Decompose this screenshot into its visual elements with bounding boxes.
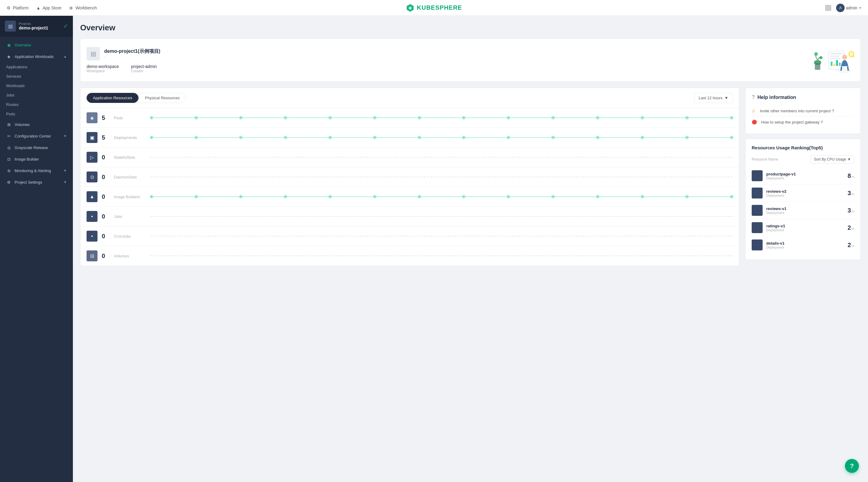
- resource-name: Image Builders: [114, 195, 150, 199]
- screen-icon[interactable]: [825, 5, 831, 11]
- resource-count: 0: [102, 193, 111, 200]
- help-link-text: Invite other members into current projec…: [760, 109, 834, 113]
- jobs-label: Jobs: [6, 93, 14, 97]
- ranking-header: Resource Name Sort By CPU Usage ▼: [752, 155, 854, 164]
- sidebar-item-grayscale[interactable]: ◎ Grayscale Release: [0, 142, 73, 153]
- config-icon: ✂: [6, 133, 11, 139]
- ranking-row-item: productpage-v1 Deployment 8 m: [752, 167, 854, 185]
- resource-name: Pods: [114, 116, 150, 120]
- chevron-down-icon: ▼: [859, 6, 862, 10]
- monitoring-expand-icon: ▼: [63, 169, 67, 172]
- volumes-label: Volumes: [14, 122, 30, 127]
- resource-icon: ▣: [87, 132, 97, 143]
- help-link-item[interactable]: ⚠ Invite other members into current proj…: [752, 105, 854, 117]
- sidebar-item-services[interactable]: Services: [0, 72, 73, 81]
- appstore-icon: ▲: [36, 5, 41, 10]
- sort-select[interactable]: Sort By CPU Usage ▼: [811, 155, 854, 164]
- project-header: ▤ Projects demo-project1 ✓: [0, 16, 73, 37]
- ranking-item-type: Deployment: [766, 211, 786, 215]
- nav-left: ⚙ Platform ▲ App Store ⊕ Workbench: [6, 5, 97, 10]
- project-name: demo-project1: [19, 26, 48, 30]
- admin-menu[interactable]: A admin ▼: [836, 4, 862, 12]
- routes-label: Routes: [6, 102, 19, 107]
- ranking-row-item: reviews-v2 Deployment 3 m: [752, 185, 854, 202]
- ranking-row-item: details-v1 Deployment 2 m: [752, 236, 854, 253]
- project-settings-label: Project Settings: [14, 180, 42, 185]
- sidebar-section-project-settings[interactable]: ⚙ Project Settings ▼: [0, 176, 73, 188]
- sidebar-item-applications[interactable]: Applications: [0, 62, 73, 72]
- sidebar-section-app-workloads[interactable]: ◈ Application Workloads ▲: [0, 51, 73, 62]
- resource-status-card: Application Resources Physical Resources…: [80, 88, 739, 266]
- ranking-col-label: Resource Name: [752, 157, 778, 161]
- svg-rect-15: [839, 63, 841, 66]
- resource-chart: [150, 194, 733, 200]
- ranking-item-type: Deployment: [766, 228, 785, 232]
- applications-label: Applications: [6, 65, 27, 69]
- ranking-item-unit: m: [851, 244, 854, 248]
- sidebar-item-jobs[interactable]: Jobs: [0, 91, 73, 100]
- svg-point-19: [850, 53, 852, 55]
- sidebar: ▤ Projects demo-project1 ✓ ◉ Overview ◈ …: [0, 16, 73, 482]
- ranking-item-name: ratings-v1: [766, 224, 785, 228]
- help-link-item[interactable]: 🔴 How to setup the project gateway ?: [752, 117, 854, 127]
- resource-name: Volumes: [114, 254, 150, 258]
- admin-label: admin: [846, 5, 857, 10]
- resource-icon: ◈: [87, 112, 97, 123]
- svg-rect-13: [833, 64, 835, 66]
- project-overview-card: ▤ demo-project1(示例项目) - demo-workspace W…: [80, 38, 861, 82]
- creator-value: project-admin: [131, 64, 157, 69]
- ranking-item-info: ratings-v1 Deployment: [766, 224, 785, 232]
- sidebar-item-workloads[interactable]: Workloads: [0, 81, 73, 91]
- ranking-item-name: productpage-v1: [766, 172, 796, 176]
- resource-name: Jobs: [114, 214, 150, 219]
- ranking-item-info: reviews-v1 Deployment: [766, 206, 786, 215]
- svg-point-16: [842, 55, 847, 60]
- ranking-item-value: 8: [848, 172, 851, 180]
- sidebar-section-config[interactable]: ✂ Configuration Center ▼: [0, 130, 73, 142]
- ranking-item-name: reviews-v1: [766, 206, 786, 211]
- content-left: Application Resources Physical Resources…: [80, 88, 739, 266]
- ranking-item-type: Deployment: [766, 246, 784, 249]
- resource-chart: [150, 174, 733, 180]
- workbench-label: Workbench: [75, 5, 97, 10]
- top-navigation: ⚙ Platform ▲ App Store ⊕ Workbench KUBES…: [0, 0, 868, 16]
- ranking-item-unit: m: [851, 210, 854, 213]
- project-overview-name: demo-project1(示例项目): [104, 48, 160, 55]
- platform-label: Platform: [13, 5, 29, 10]
- ranking-item-value: 3: [848, 207, 851, 214]
- resource-icon: ⊙: [87, 171, 97, 183]
- page-title: Overview: [80, 23, 861, 32]
- help-title-text: Help information: [757, 95, 796, 100]
- sidebar-item-overview[interactable]: ◉ Overview: [0, 39, 73, 51]
- ranking-rows: productpage-v1 Deployment 8 m reviews-v2…: [752, 167, 854, 253]
- resource-row: ▣ 5 Deployments: [81, 128, 739, 148]
- sidebar-section-monitoring[interactable]: ⊜ Monitoring & Alerting ▼: [0, 165, 73, 176]
- ranking-item-value-container: 2 m: [848, 224, 854, 231]
- appstore-nav-item[interactable]: ▲ App Store: [36, 5, 61, 10]
- grayscale-label: Grayscale Release: [14, 146, 48, 150]
- volumes-icon: ⊞: [6, 122, 11, 127]
- time-filter-select[interactable]: Last 12 hours ▼: [694, 93, 733, 103]
- resource-row: ▪ 0 Jobs: [81, 207, 739, 226]
- help-link-text: How to setup the project gateway ?: [761, 120, 823, 124]
- workbench-nav-item[interactable]: ⊕ Workbench: [69, 5, 97, 10]
- resource-name: DaemonSets: [114, 175, 150, 180]
- meta-workspace: demo-workspace Workspace: [87, 64, 119, 73]
- tab-app-resources[interactable]: Application Resources: [87, 93, 138, 103]
- ranking-item-info: productpage-v1 Deployment: [766, 172, 796, 180]
- resource-row: ◈ 5 Pods: [81, 108, 739, 128]
- resource-name: StatefulSets: [114, 155, 150, 160]
- sidebar-item-volumes[interactable]: ⊞ Volumes: [0, 119, 73, 130]
- tab-physical-resources[interactable]: Physical Resources: [138, 93, 186, 103]
- sidebar-item-image-builder[interactable]: ⊡ Image Builder: [0, 153, 73, 165]
- project-overview-info: ▤ demo-project1(示例项目) -: [87, 47, 160, 60]
- ranking-item-avatar: [752, 239, 763, 250]
- sidebar-item-routes[interactable]: Routes: [0, 100, 73, 109]
- ranking-item-name: reviews-v2: [766, 189, 786, 194]
- svg-rect-10: [830, 56, 839, 57]
- platform-nav-item[interactable]: ⚙ Platform: [6, 5, 29, 10]
- resource-row: ⊙ 0 DaemonSets: [81, 167, 739, 187]
- float-help-button[interactable]: ?: [845, 459, 859, 473]
- resource-icon: ▪: [87, 231, 97, 242]
- sidebar-item-pods[interactable]: Pods: [0, 109, 73, 119]
